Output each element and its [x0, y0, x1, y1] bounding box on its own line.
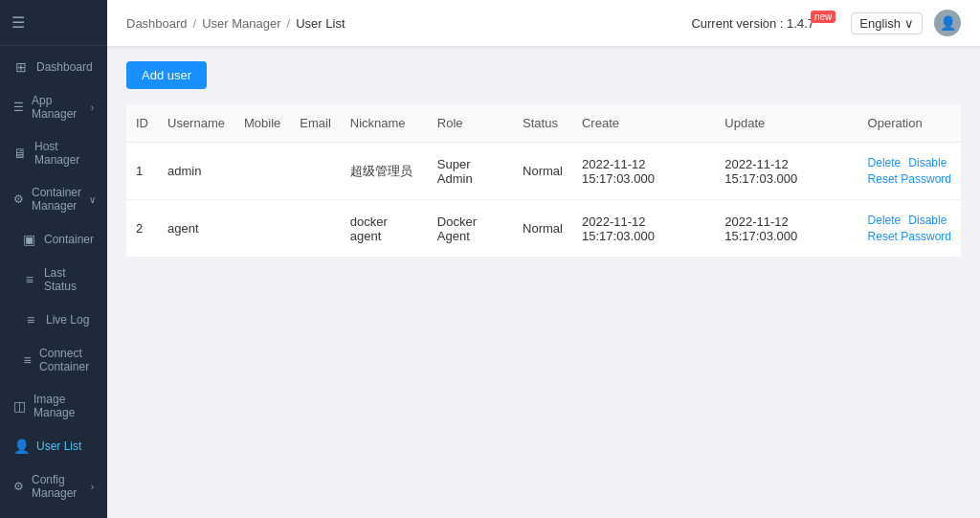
breadcrumb-user-manager[interactable]: User Manager — [202, 16, 280, 31]
op-row-line-1: Delete Disable — [868, 214, 951, 227]
sidebar-item-config-manager[interactable]: ⚙ Config Manager › — [0, 463, 107, 509]
cell-create: 2022-11-12 15:17:03.000 — [572, 200, 715, 258]
table-row: 1 admin 超级管理员 Super Admin Normal 2022-11… — [126, 143, 961, 200]
cell-create: 2022-11-12 15:17:03.000 — [572, 143, 715, 200]
op-row-line-1: Delete Disable — [868, 156, 951, 169]
col-id: ID — [126, 104, 158, 143]
topbar: Dashboard / User Manager / User List Cur… — [107, 0, 980, 46]
col-create: Create — [572, 104, 715, 143]
sidebar-item-label: Config Manager — [32, 473, 83, 500]
col-nickname: Nickname — [341, 104, 428, 143]
delete-button[interactable]: Delete — [868, 156, 902, 169]
lang-chevron-icon: ∨ — [904, 16, 914, 31]
cell-role: Docker Agent — [428, 200, 513, 258]
image-manage-icon: ◫ — [13, 398, 26, 414]
col-operation: Operation — [858, 104, 961, 143]
chevron-icon: › — [91, 102, 94, 113]
disable-button[interactable]: Disable — [908, 156, 947, 169]
avatar-icon: 👤 — [940, 15, 956, 31]
cell-operation: Delete Disable Reset Password — [858, 200, 961, 258]
connect-container-icon: ≡ — [23, 352, 32, 368]
hamburger-icon[interactable]: ☰ — [11, 13, 25, 32]
sidebar-item-last-status[interactable]: ≡ Last Status — [0, 257, 107, 303]
sidebar-item-app-manager[interactable]: ☰ App Manager › — [0, 84, 107, 130]
col-mobile: Mobile — [234, 104, 290, 143]
main-content: Dashboard / User Manager / User List Cur… — [107, 0, 980, 518]
version-text: Current version : 1.4.7new — [691, 16, 839, 31]
cell-update: 2022-11-12 15:17:03.000 — [715, 143, 858, 200]
op-row: Delete Disable Reset Password — [868, 214, 951, 243]
sidebar-item-label: Container Manager — [32, 186, 81, 213]
sidebar: ☰ ⊞ Dashboard ☰ App Manager › 🖥 Host Man… — [0, 0, 107, 518]
sidebar-item-label: App Manager — [32, 94, 83, 121]
user-avatar[interactable]: 👤 — [934, 10, 961, 36]
sidebar-header: ☰ — [0, 0, 107, 46]
sidebar-item-label: Container — [44, 233, 94, 246]
dashboard-icon: ⊞ — [13, 59, 29, 75]
cell-email — [290, 143, 341, 200]
table-header-row: ID Username Mobile Email Nickname Role S… — [126, 104, 961, 143]
sidebar-item-host-manager[interactable]: 🖥 Host Manager — [0, 130, 107, 176]
cell-id: 2 — [126, 200, 158, 258]
cell-mobile — [234, 200, 290, 258]
cell-status: Normal — [513, 143, 572, 200]
sidebar-item-connect-container[interactable]: ≡ Connect Container — [0, 337, 107, 383]
config-manager-icon: ⚙ — [13, 480, 24, 493]
chevron-right-icon: › — [91, 482, 94, 492]
op-row: Delete Disable Reset Password — [868, 156, 951, 186]
cell-username: agent — [158, 200, 234, 258]
breadcrumb-dashboard[interactable]: Dashboard — [126, 16, 188, 31]
sidebar-item-user-list[interactable]: 👤 User List — [0, 429, 107, 463]
disable-button[interactable]: Disable — [908, 214, 947, 227]
language-selector[interactable]: English ∨ — [851, 12, 923, 34]
cell-role: Super Admin — [428, 143, 513, 200]
cell-update: 2022-11-12 15:17:03.000 — [715, 200, 858, 258]
col-update: Update — [715, 104, 858, 143]
sidebar-item-label: Last Status — [44, 266, 94, 293]
page-content: Add user ID Username Mobile Email Nickna… — [107, 46, 980, 518]
live-log-icon: ≡ — [23, 312, 38, 327]
col-role: Role — [428, 104, 513, 143]
sidebar-item-label: Dashboard — [36, 60, 93, 74]
sidebar-item-label: Live Log — [46, 313, 89, 327]
cell-nickname: docker agent — [341, 200, 428, 258]
version-label: Current version : 1.4.7 — [691, 16, 814, 31]
last-status-icon: ≡ — [23, 272, 36, 287]
container-icon: ▣ — [23, 232, 36, 247]
reset-password-button[interactable]: Reset Password — [868, 230, 951, 243]
breadcrumb-sep-1: / — [193, 16, 197, 31]
sidebar-item-dashboard[interactable]: ⊞ Dashboard — [0, 50, 107, 84]
sidebar-item-label: Connect Container — [39, 347, 94, 373]
cell-nickname: 超级管理员 — [341, 143, 428, 200]
col-email: Email — [290, 104, 341, 143]
user-table-container: ID Username Mobile Email Nickname Role S… — [126, 104, 961, 258]
host-manager-icon: 🖥 — [13, 146, 27, 161]
user-table: ID Username Mobile Email Nickname Role S… — [126, 104, 961, 258]
breadcrumb-user-list: User List — [296, 16, 345, 31]
cell-operation: Delete Disable Reset Password — [858, 143, 961, 200]
breadcrumb-sep-2: / — [287, 16, 291, 31]
col-username: Username — [158, 104, 234, 143]
lang-label: English — [859, 16, 901, 31]
container-manager-icon: ⚙ — [13, 192, 24, 206]
add-user-button[interactable]: Add user — [126, 61, 207, 89]
reset-password-button[interactable]: Reset Password — [868, 172, 951, 186]
sidebar-item-container[interactable]: ▣ Container — [0, 222, 107, 257]
sidebar-item-container-manager[interactable]: ⚙ Container Manager ∨ — [0, 176, 107, 222]
sidebar-item-label: Host Manager — [34, 140, 94, 167]
table-row: 2 agent docker agent Docker Agent Normal… — [126, 200, 961, 258]
sidebar-item-image-manage[interactable]: ◫ Image Manage — [0, 383, 107, 429]
cell-id: 1 — [126, 143, 158, 200]
cell-status: Normal — [513, 200, 572, 258]
cell-mobile — [234, 143, 290, 200]
op-row-line-2: Reset Password — [868, 172, 951, 186]
chevron-down-icon: ∨ — [89, 194, 96, 205]
new-badge: new — [811, 11, 835, 23]
sidebar-item-live-log[interactable]: ≡ Live Log — [0, 303, 107, 337]
app-manager-icon: ☰ — [13, 101, 24, 114]
sidebar-item-label: Image Manage — [33, 393, 94, 419]
user-list-icon: 👤 — [13, 439, 29, 454]
sidebar-item-label: User List — [36, 439, 81, 453]
col-status: Status — [513, 104, 572, 143]
delete-button[interactable]: Delete — [868, 214, 902, 227]
